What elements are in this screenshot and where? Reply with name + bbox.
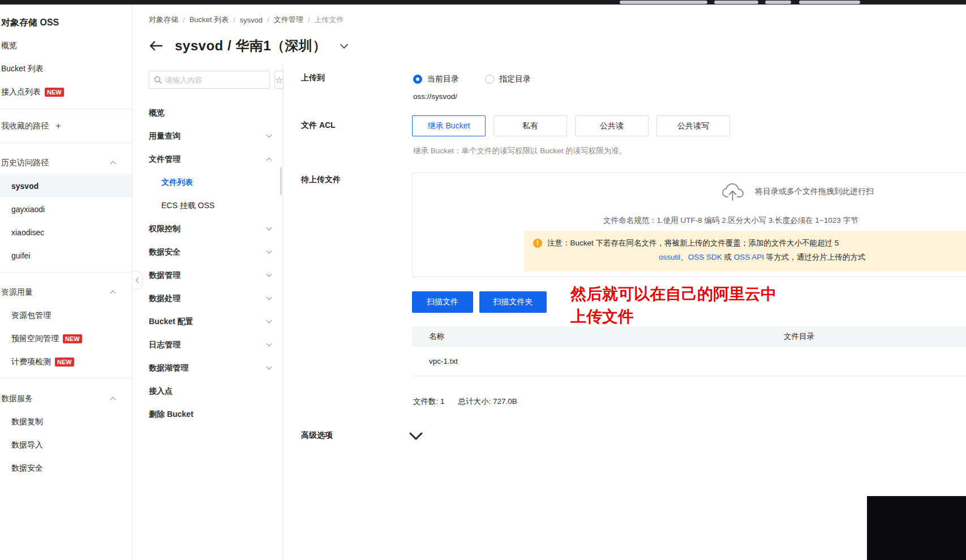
sidebar-section-data-services[interactable]: 数据服务: [0, 387, 132, 410]
breadcrumb-item[interactable]: 对象存储: [149, 15, 178, 25]
table-row[interactable]: vpc-1.txt: [412, 347, 966, 376]
sidebar-item-overview[interactable]: 概览: [0, 34, 132, 57]
nav-item-overview[interactable]: 概览: [133, 101, 282, 124]
sidebar-item-xiaodisec[interactable]: xiaodisec: [0, 221, 132, 244]
search-box[interactable]: [149, 71, 270, 89]
radio-specified-directory[interactable]: 指定目录: [485, 74, 531, 84]
oss-sdk-link[interactable]: OSS SDK: [688, 253, 722, 261]
nav-item-data-management[interactable]: 数据管理: [133, 264, 282, 287]
sidebar-item-resource-packages[interactable]: 资源包管理: [0, 304, 132, 327]
chevron-left-icon: [136, 278, 141, 283]
acl-option-private[interactable]: 私有: [493, 115, 567, 136]
warning-line1: ! 注意：Bucket 下若存在同名文件，将被新上传的文件覆盖；添加的文件大小不…: [533, 238, 958, 248]
nav-item-usage-query[interactable]: 用量查询: [133, 124, 282, 148]
search-input[interactable]: [165, 76, 265, 84]
nav-item-label: 删除 Bucket: [149, 410, 194, 420]
breadcrumb-current: 上传文件: [314, 15, 344, 25]
sidebar-item-data-replication[interactable]: 数据复制: [0, 410, 132, 433]
sidebar-item-access-point-list[interactable]: 接入点列表 NEW: [0, 80, 132, 104]
acl-note: 继承 Bucket：单个文件的读写权限以 Bucket 的读写权限为准。: [413, 146, 626, 156]
new-badge: NEW: [63, 334, 82, 343]
warning-text: 、: [680, 253, 688, 261]
favorite-star-button[interactable]: ☆: [274, 71, 284, 89]
add-favorite-path-button[interactable]: +: [55, 120, 61, 132]
divider: [0, 143, 132, 143]
nav-item-data-security[interactable]: 数据安全: [133, 240, 282, 264]
nav-item-file-management[interactable]: 文件管理: [133, 148, 282, 171]
scan-folder-button[interactable]: 扫描文件夹: [479, 291, 547, 313]
drop-hint: 将目录或多个文件拖拽到此进行扫: [721, 182, 874, 201]
nav-item-label: 接入点: [149, 386, 173, 397]
back-icon: [148, 40, 163, 51]
pending-files-label: 待上传文件: [301, 175, 341, 185]
chevron-up-icon: [110, 291, 116, 296]
service-item-label: 数据复制: [11, 417, 43, 427]
upload-target-radio-group: 当前目录 指定目录: [413, 74, 531, 84]
sidebar-item-bucket-list[interactable]: Bucket 列表: [0, 57, 132, 80]
upload-to-label: 上传到: [301, 73, 325, 83]
chevron-down-icon: [267, 364, 272, 370]
sidebar-collapse-handle[interactable]: [133, 271, 143, 290]
nav-item-bucket-config[interactable]: Bucket 配置: [133, 310, 282, 333]
breadcrumb-item[interactable]: sysvod: [240, 16, 263, 24]
table-header-row: 名称 文件目录: [412, 326, 966, 347]
bucket-switch-chevron-icon[interactable]: [340, 40, 348, 48]
new-badge: NEW: [55, 357, 74, 367]
sidebar-section-resource-usage[interactable]: 资源用量: [0, 281, 132, 304]
acl-option-public-read-write[interactable]: 公共读写: [656, 115, 730, 136]
nav-item-delete-bucket[interactable]: 删除 Bucket: [133, 403, 282, 426]
sidebar-item-data-security[interactable]: 数据安全: [0, 456, 132, 480]
topbar-segment: [765, 1, 791, 4]
history-item-label: sysvod: [11, 182, 38, 191]
nav-item-label: ECS 挂载 OSS: [161, 201, 214, 211]
oss-api-link[interactable]: OSS API: [734, 253, 764, 261]
sidebar-item-billing-item-check[interactable]: 计费项检测 NEW: [0, 350, 132, 373]
file-dropzone[interactable]: 将目录或多个文件拖拽到此进行扫 文件命名规范：1.使用 UTF-8 编码 2.区…: [412, 173, 966, 277]
divider: [0, 378, 132, 379]
sidebar-section-history[interactable]: 历史访问路径: [0, 151, 132, 174]
sidebar-item-gayxiaodi[interactable]: gayxiaodi: [0, 197, 132, 221]
sidebar-item-data-import[interactable]: 数据导入: [0, 433, 132, 456]
nav-item-data-processing[interactable]: 数据处理: [133, 287, 282, 310]
favorites-label: 我收藏的路径: [1, 121, 49, 131]
data-services-section-label: 数据服务: [1, 394, 33, 404]
history-section-label: 历史访问路径: [1, 158, 49, 168]
nav-item-data-lake-management[interactable]: 数据湖管理: [133, 356, 282, 380]
nav-item-access-point[interactable]: 接入点: [133, 380, 282, 403]
video-overlay: [867, 496, 966, 560]
nav-item-file-list[interactable]: 文件列表: [133, 171, 282, 194]
chevron-down-icon: [267, 295, 272, 300]
bucket-header: sysvod / 华南1（深圳）: [148, 36, 347, 56]
sidebar-favorites-header[interactable]: 我收藏的路径 +: [0, 114, 132, 137]
acl-option-public-read[interactable]: 公共读: [575, 115, 649, 136]
chevron-down-icon: [267, 272, 272, 277]
chevron-down-icon: [409, 432, 423, 441]
ossutil-link[interactable]: ossutil: [659, 253, 680, 261]
nav-item-label: 数据管理: [149, 270, 181, 281]
scan-files-button[interactable]: 扫描文件: [412, 291, 473, 313]
warning-text: 等方式，通过分片上传的方式: [764, 253, 865, 261]
advanced-options-toggle[interactable]: [409, 432, 423, 442]
annotation-line1: 然后就可以在自己的阿里云中: [570, 283, 776, 305]
sidebar-item-reserved-capacity[interactable]: 预留空间管理 NEW: [0, 327, 132, 350]
breadcrumb-item[interactable]: Bucket 列表: [190, 15, 229, 25]
file-name-cell: vpc-1.txt: [412, 357, 458, 365]
nav-item-label: 文件管理: [149, 154, 181, 165]
breadcrumb-item[interactable]: 文件管理: [274, 15, 303, 25]
nav-item-ecs-mount-oss[interactable]: ECS 挂载 OSS: [133, 194, 282, 217]
radio-current-directory[interactable]: 当前目录: [413, 74, 459, 84]
warning-text: 或: [722, 253, 734, 261]
nav-item-permission-control[interactable]: 权限控制: [133, 217, 282, 240]
nav-item-label: 数据安全: [149, 247, 181, 257]
service-item-label: 数据导入: [11, 440, 43, 450]
nav-scrollbar-thumb[interactable]: [280, 167, 282, 195]
nav-item-log-management[interactable]: 日志管理: [133, 333, 282, 356]
sidebar-item-guifei[interactable]: guifei: [0, 244, 132, 267]
annotation-line2: 上传文件: [570, 305, 776, 328]
radio-label: 当前目录: [427, 74, 459, 84]
back-button[interactable]: [148, 38, 164, 54]
files-table: 名称 文件目录 vpc-1.txt: [412, 326, 966, 376]
chevron-up-icon: [110, 397, 116, 403]
sidebar-item-sysvod[interactable]: sysvod: [0, 174, 132, 197]
acl-option-inherit-bucket[interactable]: 继承 Bucket: [412, 115, 486, 136]
